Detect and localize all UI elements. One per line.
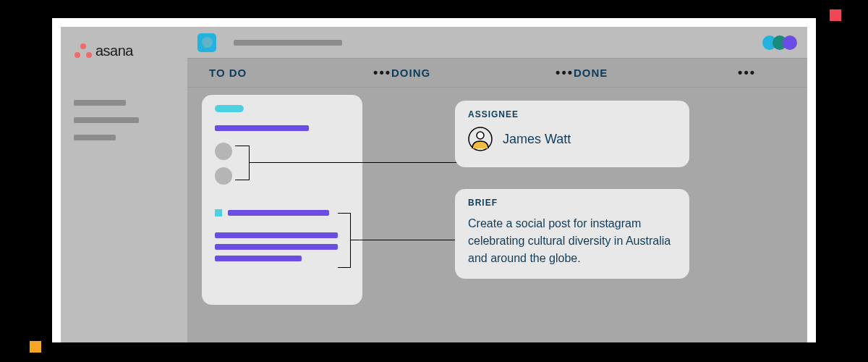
project-icon[interactable] xyxy=(197,33,216,52)
column-header-todo: TO DO ••• xyxy=(209,65,391,80)
bullet-icon xyxy=(215,209,222,216)
brand-logo[interactable]: asana xyxy=(74,43,174,59)
board-area: ASSIGNEE James Watt BRIEF Create a socia… xyxy=(187,88,807,102)
sidebar-item[interactable] xyxy=(74,100,126,106)
task-description-placeholder xyxy=(215,232,349,261)
annotation-bracket xyxy=(338,213,351,268)
annotation-connector xyxy=(351,240,470,240)
sidebar-item[interactable] xyxy=(74,135,116,140)
column-title: TO DO xyxy=(209,67,247,79)
task-title-placeholder xyxy=(215,125,309,131)
decorative-square-icon xyxy=(29,340,42,353)
task-subheading xyxy=(215,209,349,216)
assignee-name: James Watt xyxy=(503,132,571,147)
member-avatars[interactable] xyxy=(767,35,797,50)
assignee-label: ASSIGNEE xyxy=(468,109,676,119)
decorative-square-icon xyxy=(829,9,842,22)
brief-text: Create a social post for instagram celeb… xyxy=(468,215,676,267)
avatar[interactable] xyxy=(783,35,797,50)
brand-name: asana xyxy=(95,43,133,59)
sidebar: asana xyxy=(61,27,187,342)
main-area: TO DO ••• DOING ••• DONE ••• xyxy=(187,27,807,342)
svg-point-1 xyxy=(477,132,484,139)
task-card[interactable] xyxy=(202,95,362,305)
app-frame: asana TO DO ••• xyxy=(52,18,816,342)
column-title: DONE xyxy=(574,67,608,79)
person-icon xyxy=(468,127,493,151)
column-title: DOING xyxy=(391,67,430,79)
column-menu-icon[interactable]: ••• xyxy=(556,65,574,80)
brief-label: BRIEF xyxy=(468,198,676,208)
asana-logo-icon xyxy=(74,43,93,59)
column-header-doing: DOING ••• xyxy=(391,65,574,80)
column-header-done: DONE ••• xyxy=(574,65,756,80)
project-title[interactable] xyxy=(234,40,342,46)
assignee-callout: ASSIGNEE James Watt xyxy=(455,101,689,167)
task-collaborator-avatar[interactable] xyxy=(215,167,232,185)
sidebar-item[interactable] xyxy=(74,117,139,123)
subheading-placeholder xyxy=(228,210,329,216)
annotation-bracket xyxy=(235,146,250,180)
column-menu-icon[interactable]: ••• xyxy=(373,65,391,80)
brief-callout: BRIEF Create a social post for instagram… xyxy=(455,189,689,279)
column-menu-icon[interactable]: ••• xyxy=(738,65,756,80)
task-assignee-avatar[interactable] xyxy=(215,143,232,160)
app-window: asana TO DO ••• xyxy=(61,27,807,342)
project-topbar xyxy=(187,27,807,59)
annotation-connector xyxy=(250,162,471,163)
task-tag[interactable] xyxy=(215,105,244,112)
board-column-headers: TO DO ••• DOING ••• DONE ••• xyxy=(187,59,807,88)
